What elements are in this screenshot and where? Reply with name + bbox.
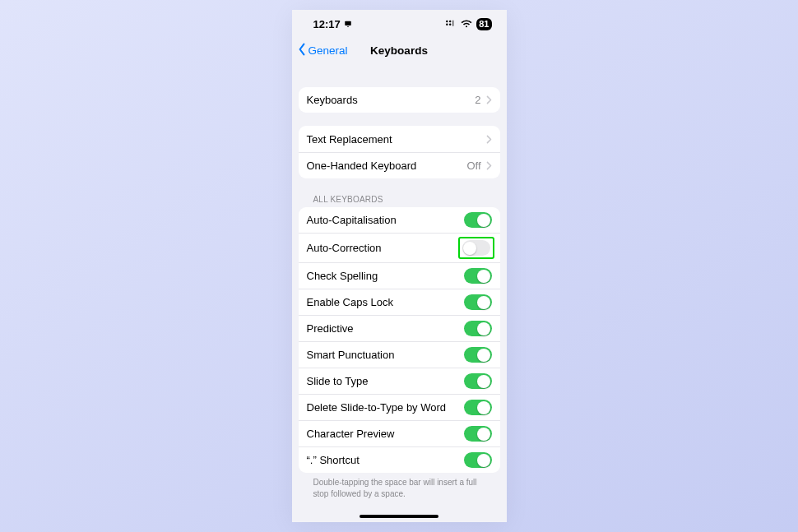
row-period-shortcut: “.” Shortcut [299,446,500,473]
row-label: Keyboards [307,94,358,106]
row-label: Text Replacement [307,133,392,146]
row-text-replacement[interactable]: Text Replacement [299,126,500,151]
row-label: Enable Caps Lock [307,296,394,308]
row-label: Auto-Capitalisation [307,214,397,226]
row-right: 2 [475,94,491,106]
row-label: Delete Slide-to-Type by Word [307,401,447,414]
screen-indicator-icon [344,18,352,30]
svg-rect-0 [345,21,351,25]
content-area: Keyboards 2 Text Replacement [292,87,507,499]
svg-rect-6 [453,21,454,26]
status-time: 12:17 [313,18,341,30]
chevron-right-icon [486,135,492,144]
status-bar: 12:17 [292,10,507,38]
row-one-handed-keyboard[interactable]: One-Handed Keyboard Off [299,152,500,178]
svg-point-2 [446,21,448,22]
highlight-box [458,237,494,259]
row-character-preview: Character Preview [299,420,500,446]
page-background: 12:17 [0,0,798,532]
page-title: Keyboards [370,44,428,57]
footer-text: Double-tapping the space bar will insert… [299,473,500,499]
phone-frame: 12:17 [292,10,507,522]
row-auto-capitalisation: Auto-Capitalisation [299,207,500,233]
nav-bar: General Keyboards [292,38,507,62]
row-label: Smart Punctuation [307,349,395,361]
svg-rect-1 [347,25,350,26]
svg-point-4 [446,24,448,25]
group-all-keyboards: Auto-Capitalisation Auto-Correction Chec… [299,207,500,473]
status-left: 12:17 [313,18,352,30]
home-indicator[interactable] [360,515,438,518]
toggle-auto-capitalisation[interactable] [464,212,492,228]
row-label: Check Spelling [307,270,378,282]
one-handed-value: Off [466,160,480,172]
toggle-enable-caps-lock[interactable] [464,294,492,310]
toggle-period-shortcut[interactable] [464,452,492,468]
toggle-character-preview[interactable] [464,426,492,442]
row-keyboards[interactable]: Keyboards 2 [299,87,500,113]
row-slide-to-type: Slide to Type [299,368,500,394]
svg-point-3 [449,21,451,22]
group-keyboards: Keyboards 2 [299,87,500,113]
back-button[interactable]: General [297,38,348,62]
row-label: “.” Shortcut [307,454,360,466]
row-label: Slide to Type [307,375,369,387]
row-label: Auto-Correction [307,242,382,254]
status-right: 81 [445,18,491,30]
row-label: Predictive [307,322,354,335]
row-delete-slide-by-word: Delete Slide-to-Type by Word [299,394,500,420]
row-check-spelling: Check Spelling [299,262,500,289]
row-auto-correction: Auto-Correction [299,233,500,262]
section-header-all-keyboards: ALL KEYBOARDS [299,195,500,204]
keyboards-count: 2 [475,94,480,106]
row-enable-caps-lock: Enable Caps Lock [299,289,500,315]
chevron-right-icon [486,161,492,170]
toggle-auto-correction[interactable] [462,240,490,256]
chevron-left-icon [297,43,307,58]
row-label: One-Handed Keyboard [307,160,417,172]
wifi-icon [461,20,472,29]
toggle-predictive[interactable] [464,321,492,336]
toggle-slide-to-type[interactable] [464,373,492,389]
group-text-options: Text Replacement One-Handed Keyboard Off [299,126,500,178]
control-dots-icon [445,19,457,29]
chevron-right-icon [486,95,492,104]
toggle-check-spelling[interactable] [464,268,492,284]
row-smart-punctuation: Smart Punctuation [299,341,500,368]
toggle-smart-punctuation[interactable] [464,347,492,363]
battery-level: 81 [479,19,489,29]
back-label: General [309,44,348,57]
row-predictive: Predictive [299,315,500,341]
row-label: Character Preview [307,428,395,440]
svg-point-5 [449,24,451,25]
battery-indicator: 81 [476,18,491,30]
toggle-delete-slide-by-word[interactable] [464,400,492,415]
